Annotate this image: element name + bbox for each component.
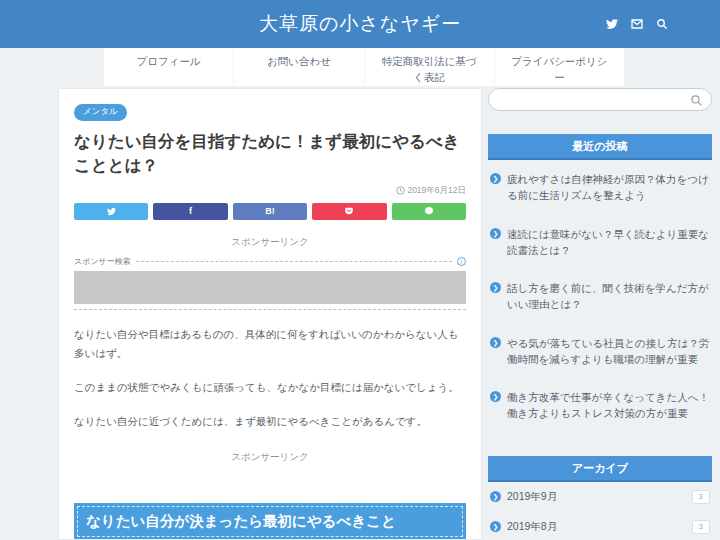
share-facebook-button[interactable]: f	[153, 203, 227, 220]
mail-icon[interactable]	[631, 18, 643, 30]
recent-post-item[interactable]: ❯ やる気が落ちている社員との接し方は？労働時間を減らすよりも職場の理解が重要	[488, 324, 712, 379]
arrow-circle-icon: ❯	[490, 521, 501, 532]
search-icon[interactable]	[656, 18, 668, 30]
twitter-icon	[107, 207, 116, 216]
header-icons	[606, 0, 668, 48]
post-date-text: 2019年6月12日	[407, 185, 466, 197]
ad-block: スポンサー検索 i	[74, 256, 466, 310]
ad-info-icon[interactable]: i	[457, 257, 466, 266]
recent-post-label: やる気が落ちている社員との接し方は？労働時間を減らすよりも職場の理解が重要	[507, 335, 710, 368]
article-paragraph: なりたい自分に近づくためには、まず最初にやるべきことがあるんです。	[74, 412, 466, 431]
line-icon	[424, 206, 434, 216]
clock-icon	[396, 186, 405, 195]
ad-divider	[136, 261, 452, 262]
facebook-icon: f	[189, 207, 192, 216]
recent-post-item[interactable]: ❯ 話し方を磨く前に、聞く技術を学んだ方がいい理由とは？	[488, 269, 712, 324]
archive-count-badge: 3	[692, 520, 710, 534]
recent-post-item[interactable]: ❯ 速読には意味がない？早く読むより重要な読書法とは？	[488, 215, 712, 270]
search-input[interactable]	[488, 88, 712, 111]
ad-placeholder[interactable]	[74, 271, 466, 304]
pocket-icon	[344, 206, 354, 216]
arrow-circle-icon: ❯	[490, 173, 501, 184]
archive-label: 2019年9月	[507, 490, 686, 504]
recent-post-label: 話し方を磨く前に、聞く技術を学んだ方がいい理由とは？	[507, 280, 710, 313]
sidebar: 最近の投稿 ❯ 疲れやすさは自律神経が原因？体力をつける前に生活リズムを整えよう…	[488, 88, 712, 540]
twitter-icon[interactable]	[606, 18, 618, 30]
archive-title: アーカイブ	[488, 456, 712, 482]
section-heading: なりたい自分が決まったら最初にやるべきこと	[74, 503, 466, 540]
arrow-circle-icon: ❯	[490, 391, 501, 402]
recent-posts-title: 最近の投稿	[488, 134, 712, 160]
search-icon[interactable]	[690, 93, 703, 106]
ad-label: スポンサー検索	[74, 256, 131, 267]
archive-list: ❯ 2019年9月 3 ❯ 2019年8月 3 ❯ 2019年7月 12 ❯ 2…	[488, 482, 712, 540]
sponsor-link-label-bottom: スポンサーリンク	[74, 451, 466, 464]
post-date: 2019年6月12日	[74, 185, 466, 197]
article-card: メンタル なりたい自分を目指すために！まず最初にやるべきこととは？ 2019年6…	[58, 88, 482, 540]
category-badge[interactable]: メンタル	[74, 104, 127, 121]
main-nav: プロフィール お問い合わせ 特定商取引法に基づく表記 プライバシーポリシー	[0, 48, 720, 86]
nav-item-contact[interactable]: お問い合わせ	[233, 48, 363, 86]
recent-posts-list: ❯ 疲れやすさは自律神経が原因？体力をつける前に生活リズムを整えよう ❯ 速読に…	[488, 160, 712, 433]
archive-label: 2019年8月	[507, 520, 686, 534]
hatena-icon: B!	[265, 207, 275, 216]
nav-menu: プロフィール お問い合わせ 特定商取引法に基づく表記 プライバシーポリシー	[103, 48, 625, 86]
search-box	[488, 88, 712, 111]
share-line-button[interactable]	[392, 203, 466, 220]
recent-post-item[interactable]: ❯ 疲れやすさは自律神経が原因？体力をつける前に生活リズムを整えよう	[488, 160, 712, 215]
share-pocket-button[interactable]	[312, 203, 386, 220]
recent-post-label: 働き方改革で仕事が辛くなってきた人へ！働き方よりもストレス対策の方が重要	[507, 389, 710, 422]
arrow-circle-icon: ❯	[490, 337, 501, 348]
archive-item[interactable]: ❯ 2019年9月 3	[488, 482, 712, 512]
arrow-circle-icon: ❯	[490, 228, 501, 239]
recent-post-label: 速読には意味がない？早く読むより重要な読書法とは？	[507, 226, 710, 259]
ad-bottom-divider	[74, 309, 466, 310]
share-hatena-button[interactable]: B!	[233, 203, 307, 220]
share-buttons: f B!	[74, 203, 466, 220]
share-twitter-button[interactable]	[74, 203, 148, 220]
nav-item-privacy-policy[interactable]: プライバシーポリシー	[494, 48, 625, 86]
recent-post-label: 疲れやすさは自律神経が原因？体力をつける前に生活リズムを整えよう	[507, 171, 710, 204]
site-header: 大草原の小さなヤギー	[0, 0, 720, 48]
archive-count-badge: 3	[692, 490, 710, 504]
article-title: なりたい自分を目指すために！まず最初にやるべきこととは？	[74, 130, 466, 178]
ad-header: スポンサー検索 i	[74, 256, 466, 267]
nav-item-profile[interactable]: プロフィール	[103, 48, 233, 86]
sponsor-link-label-top: スポンサーリンク	[74, 236, 466, 249]
arrow-circle-icon: ❯	[490, 491, 501, 502]
article-paragraph: このままの状態でやみくもに頑張っても、なかなか目標には届かないでしょう。	[74, 378, 466, 397]
arrow-circle-icon: ❯	[490, 282, 501, 293]
recent-post-item[interactable]: ❯ 働き方改革で仕事が辛くなってきた人へ！働き方よりもストレス対策の方が重要	[488, 378, 712, 433]
nav-item-commerce-law[interactable]: 特定商取引法に基づく表記	[364, 48, 494, 86]
archive-item[interactable]: ❯ 2019年8月 3	[488, 512, 712, 540]
article-paragraph: なりたい自分や目標はあるものの、具体的に何をすればいいのかわからない人も多いはず…	[74, 325, 466, 363]
